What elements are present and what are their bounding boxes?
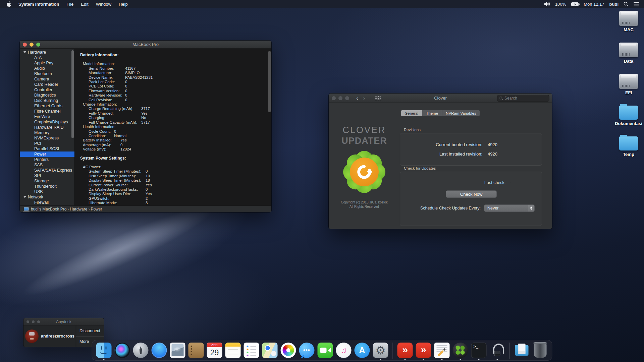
zoom-button[interactable] <box>36 43 40 47</box>
sidebar-item-parallel-scsi[interactable]: Parallel SCSI <box>20 146 74 152</box>
dock-item-safari[interactable] <box>152 343 167 358</box>
sidebar-item-memory[interactable]: Memory <box>20 130 74 135</box>
desktop-item-data[interactable]: Data <box>616 43 641 64</box>
tab-general[interactable]: General <box>401 110 422 116</box>
menu-edit[interactable]: Edit <box>81 2 88 7</box>
desktop-item-efi[interactable]: EFI <box>616 74 641 95</box>
check-now-button[interactable]: Check Now <box>446 190 497 198</box>
battery-charging-icon[interactable] <box>571 2 579 6</box>
sidebar-item-card-reader[interactable]: Card Reader <box>20 82 74 87</box>
sidebar-item-hardware-raid[interactable]: Hardware RAID <box>20 125 74 130</box>
dock-item-clover[interactable] <box>453 343 468 358</box>
zoom-button[interactable] <box>345 96 349 100</box>
back-button[interactable]: ‹ <box>354 95 361 101</box>
sidebar-item-ethernet-cards[interactable]: Ethernet Cards <box>20 103 74 109</box>
disclosure-triangle-icon[interactable] <box>23 196 26 198</box>
app-grid-icon[interactable] <box>374 95 382 101</box>
minimize-button[interactable] <box>338 96 342 100</box>
dock-divider <box>393 343 393 359</box>
schedule-dropdown[interactable]: Never <box>484 204 535 212</box>
dock-item-textedit[interactable] <box>434 343 450 358</box>
menu-help[interactable]: Help <box>119 2 128 7</box>
info-label: Cycle Count: <box>89 129 114 134</box>
dock-item-facetime[interactable] <box>318 343 333 358</box>
sidebar-item-controller[interactable]: Controller <box>20 87 74 93</box>
battery-percent: 100% <box>555 2 566 7</box>
sidebar-item-apple-pay[interactable]: Apple Pay <box>20 60 74 66</box>
sidebar-section-network[interactable]: Network <box>20 194 74 200</box>
tab-nvram-variables[interactable]: NVRam Variables <box>442 110 480 116</box>
sidebar-item-thunderbolt[interactable]: Thunderbolt <box>20 184 74 189</box>
sidebar-item-spi[interactable]: SPI <box>20 173 74 178</box>
sidebar-item-pci[interactable]: PCI <box>20 141 74 146</box>
sidebar-item-firewall[interactable]: Firewall <box>20 200 74 205</box>
sidebar-item-printers[interactable]: Printers <box>20 157 74 162</box>
disconnect-button[interactable]: Disconnect <box>76 325 104 337</box>
forward-button[interactable]: › <box>361 95 367 101</box>
notification-center-icon[interactable] <box>634 2 639 6</box>
sysinfo-title-bar[interactable]: MacBook Pro <box>20 41 271 49</box>
search-input[interactable]: Search <box>497 95 549 102</box>
menu-clock[interactable]: Mon 12.17 <box>584 2 604 7</box>
dock-item-notes[interactable] <box>225 343 241 358</box>
sidebar-item-graphics-displays[interactable]: Graphics/Displays <box>20 119 74 125</box>
dock-item-itunes[interactable]: ♫ <box>336 343 352 358</box>
dock-item-reminders[interactable] <box>244 343 259 358</box>
sidebar-item-bluetooth[interactable]: Bluetooth <box>20 71 74 76</box>
dock-item-finder[interactable] <box>96 343 112 358</box>
anydesk-title-bar[interactable]: Anydesk <box>23 318 104 325</box>
sidebar-item-sata-sata-express[interactable]: SATA/SATA Express <box>20 168 74 173</box>
sidebar-item-storage[interactable]: Storage <box>20 178 74 184</box>
dock-item-terminal[interactable]: >_ <box>471 343 487 358</box>
menu-window[interactable]: Window <box>96 2 111 7</box>
menu-app-name[interactable]: System Information <box>18 2 59 7</box>
content-scrollbar[interactable] <box>268 51 271 112</box>
sidebar-item-sas[interactable]: SAS <box>20 162 74 168</box>
apple-menu-icon[interactable] <box>6 1 11 7</box>
sidebar-item-usb[interactable]: USB <box>20 189 74 194</box>
sidebar-item-power[interactable]: Power <box>20 152 74 157</box>
disclosure-triangle-icon[interactable] <box>23 51 26 53</box>
dock-item-sysprefs[interactable]: ⚙ <box>373 343 388 358</box>
menu-user[interactable]: budi <box>609 2 619 7</box>
close-button[interactable] <box>332 96 336 100</box>
clover-title-bar[interactable]: ‹ › Clover Search <box>329 94 552 103</box>
desktop-item-mac[interactable]: MAC <box>616 11 641 32</box>
minimize-button[interactable] <box>30 43 34 47</box>
sidebar-item-camera[interactable]: Camera <box>20 76 74 82</box>
desktop-item-temp[interactable]: Temp <box>616 136 641 157</box>
dock-item-calendar[interactable]: APR29 <box>207 343 222 358</box>
dock-item-trash[interactable] <box>534 343 547 358</box>
sidebar-item-audio[interactable]: Audio <box>20 66 74 71</box>
tab-theme[interactable]: Theme <box>422 110 442 116</box>
sidebar-item-nvmexpress[interactable]: NVMExpress <box>20 135 74 141</box>
sidebar-scrollbar[interactable] <box>71 50 74 138</box>
dock-item-mail[interactable] <box>170 343 185 358</box>
window-title: MacBook Pro <box>20 42 271 47</box>
sidebar-item-fibre-channel[interactable]: Fibre Channel <box>20 109 74 114</box>
search-icon[interactable] <box>624 2 629 7</box>
sidebar-item-disc-burning[interactable]: Disc Burning <box>20 98 74 103</box>
sidebar-item-firewire[interactable]: FireWire <box>20 114 74 119</box>
dock-item-messages[interactable] <box>299 343 315 358</box>
close-button[interactable] <box>23 43 27 47</box>
dock-item-appstore[interactable]: A <box>355 343 370 358</box>
dock-item-anydesk[interactable]: » <box>397 343 413 358</box>
dock-item-downloads[interactable] <box>514 343 530 358</box>
dock-item-hwtool[interactable] <box>490 343 505 358</box>
dock-item-photos[interactable] <box>281 343 296 358</box>
desktop-item-dokumentasi[interactable]: Dokumentasi <box>616 106 641 126</box>
close-button[interactable] <box>26 320 29 323</box>
dock-item-maps[interactable] <box>262 343 278 358</box>
minimize-button[interactable] <box>32 320 35 323</box>
sidebar-section-hardware[interactable]: Hardware <box>20 50 74 55</box>
dock-item-siri[interactable] <box>115 343 130 358</box>
zoom-button[interactable] <box>37 320 40 323</box>
sidebar-item-diagnostics[interactable]: Diagnostics <box>20 93 74 98</box>
dock-item-contacts[interactable] <box>189 343 204 358</box>
volume-icon[interactable] <box>544 2 550 6</box>
sidebar-item-ata[interactable]: ATA <box>20 55 74 60</box>
dock-item-launchpad[interactable] <box>133 343 149 358</box>
menu-file[interactable]: File <box>66 2 73 7</box>
dock-item-anydesk2[interactable]: » <box>416 343 431 358</box>
